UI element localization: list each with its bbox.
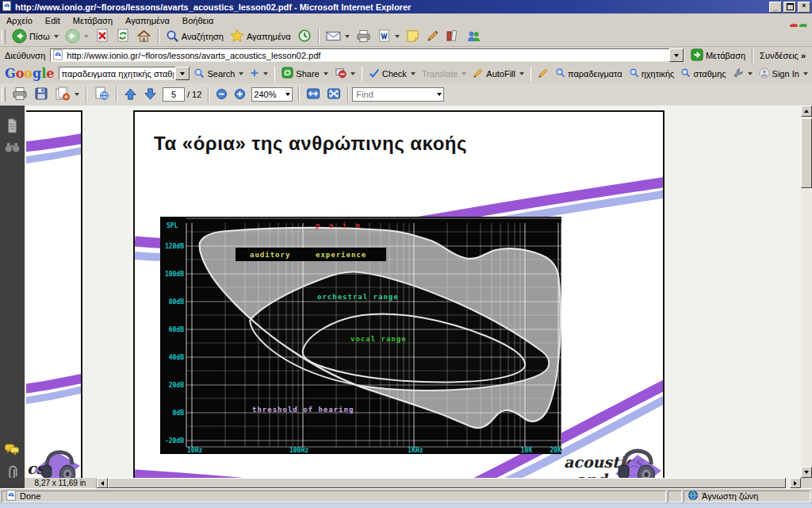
find-field[interactable] (352, 87, 444, 102)
address-input[interactable] (65, 51, 669, 60)
menu-help[interactable]: Βοήθεια (176, 15, 220, 26)
chevron-down-icon (54, 35, 59, 38)
triangle-right-icon (794, 481, 799, 486)
google-word-find-button[interactable]: παραδειγματα (552, 67, 626, 80)
google-highlight-button[interactable] (534, 67, 552, 81)
zoom-in-button[interactable] (231, 87, 249, 102)
scroll-right-button[interactable] (790, 478, 801, 488)
triangle-down-icon (804, 471, 809, 476)
back-button[interactable]: Πίσω (9, 28, 62, 46)
star-icon (230, 29, 244, 44)
google-popup-blocker-button[interactable] (331, 66, 358, 81)
google-add-button[interactable] (247, 67, 271, 80)
google-search-button[interactable]: Search (190, 67, 247, 81)
research-button[interactable] (442, 29, 463, 44)
toolbar-grip[interactable] (2, 87, 6, 102)
menu-go[interactable]: Μετάβαση (67, 15, 119, 26)
pdf-document-area[interactable]: cs Τα «όρια» της ανθρώπινης ακοής acoust… (25, 106, 801, 478)
favorites-button[interactable]: Αγαπημένα (227, 28, 294, 45)
search-button[interactable]: Αναζήτηση (163, 29, 227, 45)
page-number-field[interactable] (163, 87, 185, 102)
discuss-button[interactable] (403, 29, 423, 45)
fit-page-button[interactable] (324, 87, 344, 102)
stop-button[interactable] (92, 28, 113, 45)
pdf-email-button[interactable] (52, 86, 82, 103)
pdf-print-button[interactable] (9, 86, 31, 103)
address-field[interactable] (50, 48, 684, 62)
toolbar-separator (158, 29, 159, 44)
mail-button[interactable] (323, 29, 353, 44)
vertical-scroll-thumb[interactable] (801, 118, 812, 188)
search-label: Αναζήτηση (182, 32, 224, 41)
toolbar-separator (86, 87, 87, 102)
address-dropdown-button[interactable] (669, 48, 684, 62)
zoom-out-button[interactable] (213, 87, 231, 102)
google-logo: Google (5, 66, 54, 81)
toolbar-grip[interactable] (2, 29, 6, 44)
google-translate-button[interactable]: Translate (419, 68, 469, 79)
menu-file[interactable]: Αρχείο (0, 15, 39, 26)
chevron-down-icon (84, 35, 89, 38)
comments-panel-button[interactable] (3, 441, 21, 458)
y-tick: 0dB (173, 410, 185, 417)
google-settings-button[interactable] (730, 67, 756, 81)
links-button[interactable]: Συνδέσεις » (756, 50, 809, 61)
google-search-field[interactable] (59, 67, 190, 80)
find-input[interactable] (354, 90, 429, 99)
scroll-left-button[interactable] (97, 478, 108, 488)
google-word-find-button[interactable]: σταθμης (677, 67, 729, 80)
triangle-left-icon (98, 481, 104, 486)
horizontal-scroll-thumb[interactable] (108, 478, 786, 488)
highlighter-icon (538, 67, 549, 80)
word-find-icon (555, 67, 565, 79)
menu-favorites[interactable]: Αγαπημένα (119, 15, 176, 26)
minimize-button[interactable]: _ (769, 2, 782, 13)
pdf-save-button[interactable] (31, 86, 52, 103)
google-search-dropdown[interactable] (175, 67, 190, 80)
title-bar: http://www.ionio.gr/~floros/lessons/avar… (0, 0, 812, 13)
google-share-label: Share (296, 69, 319, 79)
page-number-input[interactable] (163, 90, 184, 99)
next-page-button[interactable] (140, 87, 160, 103)
edit-button[interactable] (423, 29, 442, 45)
chevron-down-icon (803, 72, 808, 75)
word-find-label: ηχητικής (642, 69, 675, 79)
search-panel-button[interactable] (4, 138, 21, 156)
note-icon (406, 29, 419, 44)
messenger-button[interactable] (463, 29, 485, 45)
history-button[interactable] (294, 28, 315, 45)
menu-bar: Αρχείο Edit Μετάβαση Αγαπημένα Βοήθεια (0, 13, 812, 28)
google-word-find-button[interactable]: ηχητικής (626, 67, 678, 80)
home-button[interactable] (133, 29, 155, 45)
google-search-input[interactable] (59, 69, 175, 79)
google-share-button[interactable]: Share (278, 66, 331, 81)
refresh-button[interactable] (113, 28, 133, 45)
restore-button[interactable] (783, 2, 796, 13)
previous-page-button[interactable] (121, 87, 140, 103)
menu-edit[interactable]: Edit (39, 15, 67, 26)
go-label: Μετάβαση (706, 51, 745, 60)
horizontal-scroll-track[interactable] (108, 478, 790, 488)
pages-panel-button[interactable] (4, 117, 21, 134)
go-button[interactable]: Μετάβαση (688, 48, 749, 64)
google-signin-button[interactable]: Sign In (756, 67, 811, 81)
edit-with-word-button[interactable] (374, 29, 403, 45)
vertical-scrollbar[interactable] (801, 106, 812, 478)
pdf-web-button[interactable] (90, 86, 113, 103)
fit-width-button[interactable] (303, 87, 324, 102)
scroll-up-button[interactable] (801, 106, 812, 117)
back-icon (12, 29, 27, 45)
scroll-down-button[interactable] (801, 467, 812, 478)
toolbar-separator (208, 87, 209, 102)
print-button[interactable] (353, 29, 374, 45)
refresh-icon (116, 29, 130, 44)
zoom-level-field[interactable]: 240% (251, 87, 293, 102)
forward-button[interactable] (62, 28, 92, 46)
close-button[interactable]: × (798, 2, 810, 13)
go-arrow-icon (691, 48, 703, 63)
chevron-down-icon (75, 93, 79, 96)
google-check-button[interactable]: Check (366, 67, 419, 81)
slide-footer-word2: and (576, 471, 607, 478)
google-autofill-button[interactable]: AutoFill (469, 67, 527, 81)
links-more-chevron: » (801, 51, 806, 60)
